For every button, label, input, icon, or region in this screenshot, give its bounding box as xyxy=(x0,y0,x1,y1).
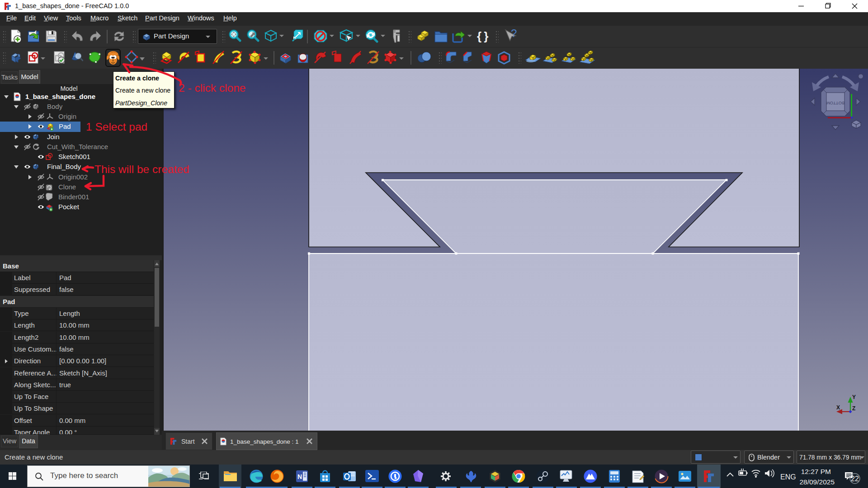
svg-text:BOTTOM: BOTTOM xyxy=(826,101,845,106)
svg-text:28/09/2025: 28/09/2025 xyxy=(799,478,835,486)
svg-text:Z: Z xyxy=(852,405,855,412)
svg-text:ENG: ENG xyxy=(780,473,796,481)
svg-text:12:27 PM: 12:27 PM xyxy=(801,468,831,475)
svg-text:X: X xyxy=(836,404,840,411)
svg-text:Y: Y xyxy=(852,394,856,400)
svg-text:?: ? xyxy=(511,29,517,39)
svg-text:N: N xyxy=(297,473,302,480)
svg-text:22: 22 xyxy=(851,475,859,483)
